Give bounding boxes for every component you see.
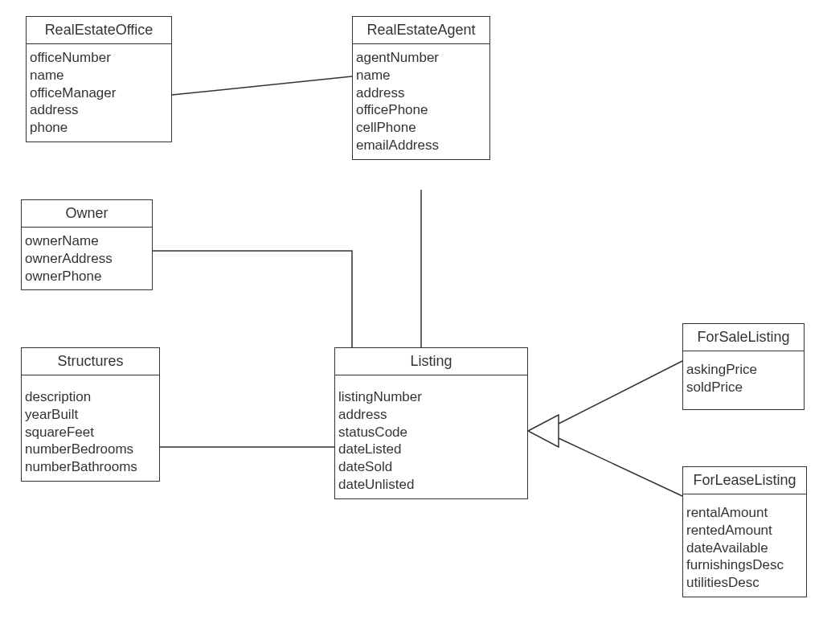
attr: squareFeet (25, 424, 154, 441)
attr: address (356, 84, 485, 102)
attr: cellPhone (356, 119, 485, 137)
attr: listingNumber (338, 388, 522, 406)
class-attrs: officeNumber name officeManager address … (27, 44, 171, 142)
attr: emailAddress (356, 137, 485, 154)
attr: ownerPhone (25, 268, 147, 285)
class-owner: Owner ownerName ownerAddress ownerPhone (21, 199, 153, 290)
attr: rentedAmount (686, 522, 801, 539)
class-title: ForLeaseListing (683, 467, 806, 494)
attr: numberBedrooms (25, 441, 154, 458)
attr: name (30, 67, 166, 84)
attr: furnishingsDesc (686, 556, 801, 574)
attr: askingPrice (686, 361, 799, 379)
attr: dateSold (338, 458, 522, 476)
class-title: Listing (335, 348, 527, 375)
gen-forsale-listing (559, 361, 682, 424)
attr: rentalAmount (686, 504, 801, 522)
attr: dateUnlisted (338, 476, 522, 494)
class-title: ForSaleListing (683, 324, 804, 351)
attr: officeNumber (30, 49, 166, 67)
assoc-owner-listing (153, 251, 352, 347)
class-for-lease-listing: ForLeaseListing rentalAmount rentedAmoun… (682, 466, 807, 597)
class-title: RealEstateAgent (353, 17, 489, 44)
class-attrs: agentNumber name address officePhone cel… (353, 44, 489, 159)
attr: phone (30, 119, 166, 137)
attr: officeManager (30, 84, 166, 102)
class-attrs: askingPrice soldPrice (683, 351, 804, 409)
class-title: Structures (22, 348, 159, 375)
assoc-office-agent (172, 76, 352, 95)
attr: agentNumber (356, 49, 485, 67)
class-attrs: listingNumber address statusCode dateLis… (335, 375, 527, 498)
class-title: RealEstateOffice (27, 17, 171, 44)
class-real-estate-office: RealEstateOffice officeNumber name offic… (26, 16, 172, 142)
class-attrs: ownerName ownerAddress ownerPhone (22, 228, 152, 289)
attr: ownerName (25, 232, 147, 250)
class-structures: Structures description yearBuilt squareF… (21, 347, 160, 482)
attr: address (338, 406, 522, 424)
generalization-arrowhead (528, 415, 559, 447)
attr: ownerAddress (25, 250, 147, 268)
class-real-estate-agent: RealEstateAgent agentNumber name address… (352, 16, 490, 160)
class-for-sale-listing: ForSaleListing askingPrice soldPrice (682, 323, 805, 410)
attr: description (25, 388, 154, 406)
attr: soldPrice (686, 379, 799, 396)
attr: address (30, 101, 166, 119)
attr: yearBuilt (25, 406, 154, 424)
attr: name (356, 67, 485, 84)
uml-canvas: RealEstateOffice officeNumber name offic… (0, 0, 823, 644)
attr: dateListed (338, 441, 522, 458)
gen-forlease-listing (559, 438, 682, 496)
attr: officePhone (356, 101, 485, 119)
class-attrs: rentalAmount rentedAmount dateAvailable … (683, 494, 806, 597)
attr: numberBathrooms (25, 458, 154, 476)
attr: utilitiesDesc (686, 574, 801, 592)
attr: statusCode (338, 424, 522, 441)
class-listing: Listing listingNumber address statusCode… (334, 347, 528, 499)
class-title: Owner (22, 200, 152, 228)
class-attrs: description yearBuilt squareFeet numberB… (22, 375, 159, 481)
attr: dateAvailable (686, 539, 801, 557)
